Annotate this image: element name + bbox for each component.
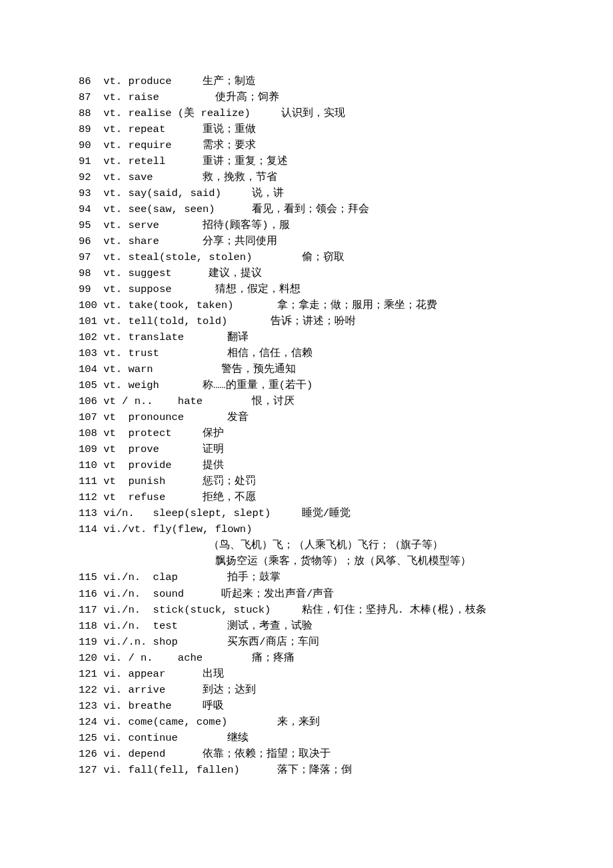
vocab-line: 95 vt. serve 招待(顾客等)，服	[79, 217, 573, 233]
vocab-line: 93 vt. say(said, said) 说，讲	[79, 185, 573, 201]
vocab-line: 90 vt. require 需求；要求	[79, 137, 573, 153]
vocab-line: 111 vt punish 惩罚；处罚	[79, 473, 573, 489]
vocab-line: 116 vi./n. sound 听起来；发出声音/声音	[79, 586, 573, 602]
vocab-line: 103 vt. trust 相信，信任，信赖	[79, 345, 573, 361]
vocab-line: 123 vi. breathe 呼吸	[79, 698, 573, 714]
vocab-line: 94 vt. see(saw, seen) 看见，看到；领会；拜会	[79, 201, 573, 217]
vocab-line: 106 vt / n.. hate 恨，讨厌	[79, 393, 573, 409]
vocab-line: 113 vi/n. sleep(slept, slept) 睡觉/睡觉	[79, 505, 573, 521]
vocab-line: 119 vi./.n. shop 买东西/商店；车间	[79, 634, 573, 650]
vocab-line: 104 vt. warn 警告，预先通知	[79, 361, 573, 377]
vocab-line: 89 vt. repeat 重说；重做	[79, 121, 573, 137]
vocab-line: 102 vt. translate 翻译	[79, 329, 573, 345]
vocab-line: 126 vi. depend 依靠；依赖；指望；取决于	[79, 746, 573, 762]
vocab-line: 118 vi./n. test 测试，考查，试验	[79, 618, 573, 634]
vocab-line: 120 vi. / n. ache 痛；疼痛	[79, 650, 573, 666]
vocab-line: （鸟、飞机）飞；（人乘飞机）飞行；（旗子等）	[79, 537, 573, 553]
vocab-line: 100 vt. take(took, taken) 拿；拿走；做；服用；乘坐；花…	[79, 297, 573, 313]
vocab-line: 86 vt. produce 生产；制造	[79, 73, 573, 89]
vocab-line: 109 vt prove 证明	[79, 441, 573, 457]
vocab-line: 112 vt refuse 拒绝，不愿	[79, 489, 573, 505]
vocab-line: 117 vi./n. stick(stuck, stuck) 粘住，钉住；坚持凡…	[79, 602, 573, 618]
vocab-line: 125 vi. continue 继续	[79, 730, 573, 746]
vocab-line: 124 vi. come(came, come) 来，来到	[79, 714, 573, 730]
vocab-line: 122 vi. arrive 到达；达到	[79, 682, 573, 698]
vocab-line: 115 vi./n. clap 拍手；鼓掌	[79, 569, 573, 585]
vocab-line: 88 vt. realise (美 realize) 认识到，实现	[79, 105, 573, 121]
vocab-line: 97 vt. steal(stole, stolen) 偷；窃取	[79, 249, 573, 265]
vocab-line: 92 vt. save 救，挽救，节省	[79, 169, 573, 185]
vocab-line: 96 vt. share 分享；共同使用	[79, 233, 573, 249]
vocab-line: 110 vt provide 提供	[79, 457, 573, 473]
vocab-line: 101 vt. tell(told, told) 告诉；讲述；吩咐	[79, 313, 573, 329]
vocab-line: 99 vt. suppose 猜想，假定，料想	[79, 281, 573, 297]
vocab-line: 114 vi./vt. fly(flew, flown)	[79, 521, 573, 537]
vocab-line: 108 vt protect 保护	[79, 425, 573, 441]
document-page: 86 vt. produce 生产；制造 87 vt. raise 使升高；饲养…	[0, 0, 613, 818]
vocab-line: 91 vt. retell 重讲；重复；复述	[79, 153, 573, 169]
vocab-line: 121 vi. appear 出现	[79, 666, 573, 682]
vocab-line: 87 vt. raise 使升高；饲养	[79, 89, 573, 105]
vocab-line: 飘扬空运（乘客，货物等）；放（风筝、飞机模型等）	[79, 553, 573, 569]
vocab-line: 98 vt. suggest 建议，提议	[79, 265, 573, 281]
vocab-line: 107 vt pronounce 发音	[79, 409, 573, 425]
vocab-line: 105 vt. weigh 称……的重量，重(若干)	[79, 377, 573, 393]
vocab-line: 127 vi. fall(fell, fallen) 落下；降落；倒	[79, 762, 573, 778]
